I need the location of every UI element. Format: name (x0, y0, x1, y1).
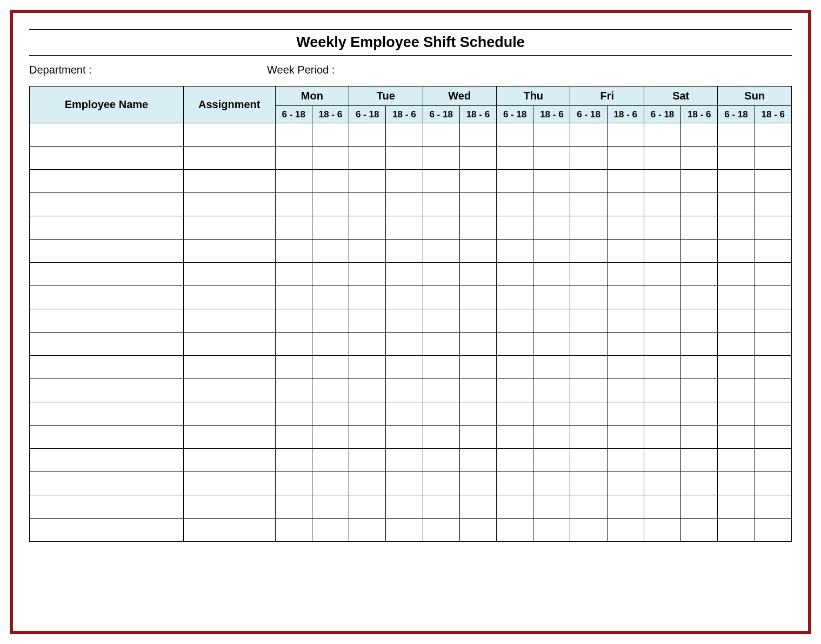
table-cell (275, 379, 312, 402)
table-cell (459, 309, 496, 333)
table-cell (275, 123, 312, 147)
table-cell (349, 333, 386, 356)
table-cell (681, 286, 718, 309)
table-cell (312, 495, 349, 519)
table-cell (533, 286, 570, 309)
table-cell (570, 519, 607, 542)
table-cell (533, 147, 570, 170)
table-cell (349, 449, 386, 472)
table-cell (755, 449, 791, 472)
table-cell (607, 263, 644, 286)
table-cell (644, 379, 680, 402)
table-cell (755, 147, 791, 170)
table-row (30, 495, 792, 519)
table-cell (497, 216, 533, 240)
table-cell (755, 123, 791, 147)
table-cell (30, 286, 184, 309)
table-cell (423, 170, 459, 193)
table-cell (275, 519, 312, 542)
table-row (30, 286, 792, 309)
table-cell (497, 472, 533, 495)
day-header-sat: Sat (644, 87, 717, 106)
table-cell (497, 263, 533, 286)
table-cell (349, 379, 386, 402)
table-cell (607, 123, 644, 147)
table-cell (570, 193, 607, 216)
table-cell (275, 286, 312, 309)
table-cell (718, 379, 755, 402)
table-cell (570, 356, 607, 379)
table-cell (644, 240, 680, 263)
table-cell (459, 519, 496, 542)
document-frame: Weekly Employee Shift Schedule Departmen… (10, 10, 811, 634)
table-cell (312, 519, 349, 542)
table-cell (497, 309, 533, 333)
table-cell (681, 240, 718, 263)
table-cell (718, 402, 755, 426)
table-cell (718, 170, 755, 193)
table-cell (681, 309, 718, 333)
table-cell (423, 333, 459, 356)
table-row (30, 356, 792, 379)
table-cell (423, 263, 459, 286)
table-cell (681, 216, 718, 240)
table-cell (607, 216, 644, 240)
table-cell (570, 426, 607, 449)
table-cell (607, 356, 644, 379)
table-row (30, 123, 792, 147)
table-cell (459, 472, 496, 495)
table-cell (423, 240, 459, 263)
shift-header: 6 - 18 (718, 106, 755, 123)
table-cell (423, 402, 459, 426)
table-row (30, 193, 792, 216)
table-cell (570, 379, 607, 402)
table-cell (275, 216, 312, 240)
table-cell (349, 263, 386, 286)
table-cell (718, 519, 755, 542)
shift-header: 6 - 18 (497, 106, 533, 123)
shift-header: 18 - 6 (681, 106, 718, 123)
table-row (30, 449, 792, 472)
table-cell (349, 309, 386, 333)
table-cell (459, 193, 496, 216)
table-cell (718, 123, 755, 147)
table-cell (644, 286, 680, 309)
table-cell (718, 193, 755, 216)
table-row (30, 216, 792, 240)
table-cell (533, 263, 570, 286)
table-cell (459, 123, 496, 147)
table-cell (183, 216, 275, 240)
table-cell (681, 356, 718, 379)
table-cell (386, 147, 423, 170)
table-header: Employee Name Assignment Mon Tue Wed Thu… (30, 87, 792, 123)
table-cell (349, 426, 386, 449)
table-cell (607, 170, 644, 193)
table-cell (423, 193, 459, 216)
table-cell (275, 263, 312, 286)
table-cell (312, 356, 349, 379)
table-cell (183, 309, 275, 333)
table-cell (30, 123, 184, 147)
table-cell (718, 495, 755, 519)
table-cell (644, 123, 680, 147)
table-cell (459, 286, 496, 309)
table-cell (755, 193, 791, 216)
table-cell (718, 263, 755, 286)
table-cell (607, 519, 644, 542)
table-cell (30, 356, 184, 379)
day-header-row: Employee Name Assignment Mon Tue Wed Thu… (30, 87, 792, 106)
table-cell (644, 402, 680, 426)
table-cell (644, 449, 680, 472)
table-cell (183, 449, 275, 472)
table-row (30, 519, 792, 542)
table-cell (607, 333, 644, 356)
table-cell (275, 472, 312, 495)
table-row (30, 147, 792, 170)
table-cell (183, 402, 275, 426)
table-cell (275, 147, 312, 170)
table-cell (183, 379, 275, 402)
table-cell (183, 286, 275, 309)
table-cell (30, 170, 184, 193)
table-cell (275, 426, 312, 449)
table-cell (607, 402, 644, 426)
